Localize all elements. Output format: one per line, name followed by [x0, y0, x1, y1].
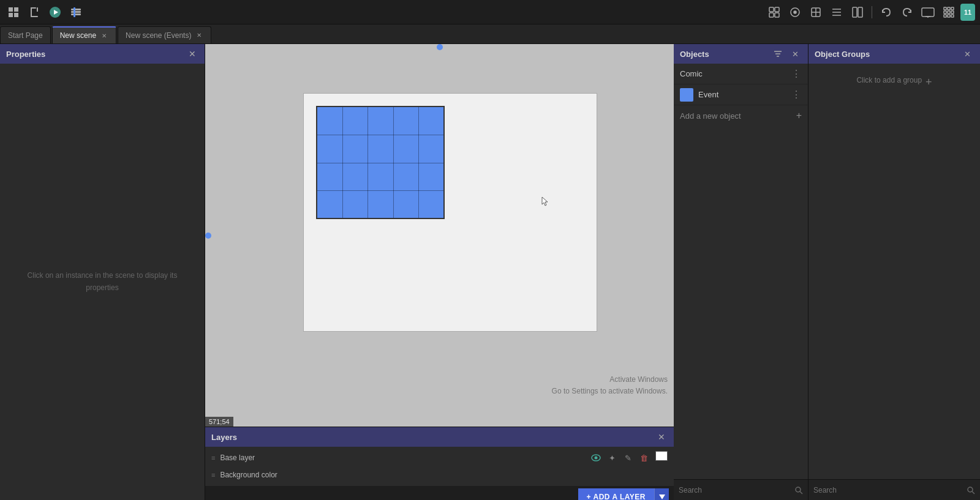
blue-object[interactable] — [316, 106, 445, 219]
object-item-event-icon — [680, 88, 693, 102]
tab-start-page[interactable]: Start Page — [0, 26, 51, 43]
add-layer-bar: + ADD A LAYER — [205, 486, 674, 500]
svg-rect-37 — [944, 15, 946, 17]
tab-start-page-label: Start Page — [8, 31, 43, 40]
object-item-comic-name: Comic — [680, 69, 786, 78]
file-icon[interactable] — [26, 4, 43, 21]
handle-left-center[interactable] — [205, 233, 211, 239]
svg-rect-12 — [71, 13, 81, 15]
tab-new-scene[interactable]: New scene ✕ — [52, 26, 116, 43]
layers-body: ≡ Base layer ✦ ✎ 🗑 — [205, 447, 674, 486]
svg-point-41 — [595, 457, 598, 460]
svg-rect-36 — [951, 11, 954, 13]
tab-new-scene-events-label: New scene (Events) — [126, 31, 191, 40]
tiles-icon[interactable] — [940, 4, 958, 21]
object-item-event[interactable]: Event ⋮ — [674, 84, 808, 105]
object-item-event-menu[interactable]: ⋮ — [791, 89, 802, 100]
scene-container[interactable] — [303, 93, 597, 332]
split-view-icon[interactable] — [848, 4, 867, 21]
zoom-fit-icon[interactable] — [765, 4, 783, 21]
svg-rect-14 — [769, 7, 774, 12]
object-item-event-name: Event — [698, 90, 786, 99]
layer-delete-btn-base[interactable]: 🗑 — [637, 451, 650, 465]
svg-rect-32 — [948, 7, 950, 10]
add-object-row[interactable]: Add a new object + — [674, 105, 808, 126]
object-groups-search-icon — [967, 486, 975, 494]
canvas-viewport[interactable]: 571;54 Activate Windows Go to Settings t… — [205, 44, 674, 427]
undo-icon[interactable] — [877, 4, 895, 21]
object-groups-add-icon[interactable]: + — [925, 76, 932, 89]
layers-panel-header: Layers ✕ — [205, 427, 674, 447]
svg-rect-10 — [71, 11, 81, 13]
grid-v-3 — [393, 107, 394, 218]
svg-rect-26 — [853, 7, 857, 17]
play-icon[interactable] — [47, 4, 64, 21]
build-icon[interactable] — [67, 4, 85, 21]
counter-badge[interactable]: 11 — [960, 4, 975, 21]
grid-h-2 — [317, 163, 443, 163]
layer-item-base[interactable]: ≡ Base layer ✦ ✎ 🗑 — [205, 449, 674, 466]
layers-panel-title: Layers — [211, 433, 237, 442]
object-groups-search-bar — [809, 479, 980, 500]
layer-edit-btn-base[interactable]: ✎ — [621, 451, 635, 465]
object-groups-hint: Click to add a group — [856, 76, 922, 84]
list-view-icon[interactable] — [827, 4, 846, 21]
add-object-label: Add a new object — [680, 111, 741, 121]
layers-panel-close[interactable]: ✕ — [655, 431, 668, 443]
svg-rect-3 — [14, 13, 18, 17]
top-toolbar: 11 — [0, 0, 980, 24]
tab-new-scene-close[interactable]: ✕ — [100, 31, 108, 40]
objects-search-input[interactable] — [679, 486, 791, 494]
preview-icon[interactable] — [919, 4, 937, 21]
tab-new-scene-label: New scene — [60, 31, 96, 40]
add-layer-button[interactable]: + ADD A LAYER — [578, 488, 654, 500]
svg-rect-13 — [74, 7, 75, 17]
toolbar-left-icons — [5, 4, 85, 21]
svg-point-19 — [794, 11, 796, 13]
layer-visibility-btn-base[interactable] — [589, 451, 603, 465]
add-object-plus[interactable]: + — [796, 110, 802, 121]
coords-badge: 571;54 — [205, 417, 233, 427]
properties-panel-body: Click on an instance in the scene to dis… — [0, 64, 205, 500]
handle-top-center[interactable] — [437, 44, 443, 50]
objects-header-actions: ✕ — [771, 47, 802, 61]
objects-panel-header: Objects ✕ — [674, 44, 808, 64]
svg-rect-31 — [944, 7, 946, 10]
center-area: 571;54 Activate Windows Go to Settings t… — [205, 44, 674, 500]
layer-name-background: Background color — [220, 471, 668, 479]
svg-point-46 — [796, 487, 801, 492]
object-mode-icon[interactable] — [786, 4, 804, 21]
objects-filter-icon[interactable] — [771, 47, 785, 61]
object-groups-close-icon[interactable]: ✕ — [960, 47, 974, 61]
pen-icon[interactable] — [807, 4, 825, 21]
svg-rect-27 — [858, 7, 862, 17]
grid-v-2 — [368, 107, 368, 218]
svg-rect-1 — [14, 7, 18, 12]
redo-icon[interactable] — [898, 4, 916, 21]
properties-panel-close[interactable]: ✕ — [186, 48, 198, 60]
svg-rect-15 — [775, 7, 779, 12]
svg-rect-35 — [948, 11, 950, 13]
layer-snap-btn-base[interactable]: ✦ — [605, 451, 619, 465]
object-groups-title: Object Groups — [815, 50, 870, 59]
grid-h-1 — [317, 135, 443, 135]
svg-rect-2 — [9, 13, 13, 17]
svg-rect-5 — [31, 7, 32, 17]
layer-item-background[interactable]: ≡ Background color — [205, 466, 674, 483]
object-item-comic-menu[interactable]: ⋮ — [791, 68, 802, 80]
tab-new-scene-events-close[interactable]: ✕ — [195, 31, 203, 40]
objects-close-icon[interactable]: ✕ — [788, 47, 802, 61]
add-layer-dropdown[interactable] — [654, 488, 669, 500]
svg-marker-42 — [659, 494, 665, 499]
grid-v-1 — [342, 107, 343, 218]
svg-rect-6 — [31, 16, 38, 17]
objects-panel-title: Objects — [680, 50, 709, 59]
object-groups-search-input[interactable] — [813, 486, 963, 494]
tab-new-scene-events[interactable]: New scene (Events) ✕ — [118, 26, 211, 43]
object-groups-body[interactable]: Click to add a group + — [809, 64, 980, 479]
grid-h-3 — [317, 190, 443, 191]
object-item-comic[interactable]: Comic ⋮ — [674, 64, 808, 84]
svg-point-48 — [968, 487, 973, 492]
right-panels: Objects ✕ — [674, 44, 980, 500]
home-icon[interactable] — [5, 4, 22, 21]
